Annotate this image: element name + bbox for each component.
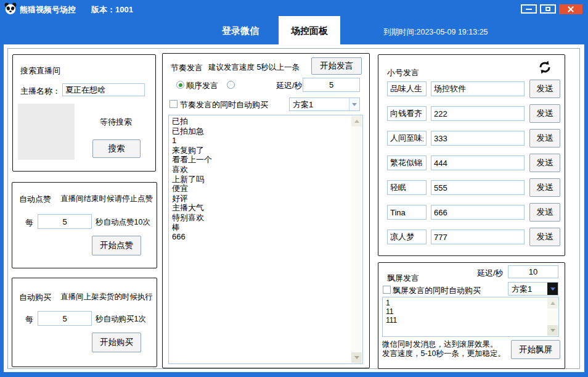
float-delay-label: 延迟/秒	[477, 268, 504, 279]
search-liveroom-box: 搜索直播间 主播名称： 等待搜索 搜索	[12, 54, 156, 172]
float-title: 飘屏发言	[387, 273, 419, 284]
dropdown-arrow-icon	[547, 283, 558, 295]
float-messages-text: 1 11 111	[386, 299, 546, 335]
rhythm-autobuy-label[interactable]: 节奏发言的同时自动购买	[180, 99, 268, 110]
rhythm-messages-textarea[interactable]: 已拍 已拍加急 1 来复购了 看看上一个 喜欢 上新了吗 便宜 好评 主播大气 …	[168, 115, 363, 364]
random-speech-radio[interactable]	[227, 81, 235, 89]
account-name-input[interactable]	[387, 205, 427, 220]
minimize-icon	[526, 9, 532, 10]
close-button[interactable]	[559, 4, 582, 14]
auto-buy-hint: 直播间上架卖货的时候执行	[60, 292, 153, 302]
window-title: 熊猫视频号场控	[20, 4, 76, 15]
scroll-down-icon[interactable]	[547, 325, 558, 336]
start-buy-button[interactable]: 开始购买	[92, 333, 141, 352]
send-button[interactable]: 发送	[529, 154, 560, 172]
expiry-time-label: 到期时间:2023-05-09 19:13:25	[383, 27, 488, 38]
account-message-input[interactable]	[431, 180, 525, 195]
float-plan-dropdown[interactable]: 方案1	[508, 282, 558, 296]
float-plan-value: 方案1	[508, 283, 547, 295]
float-autobuy-label[interactable]: 飘屏发言的同时自动购买	[393, 285, 481, 296]
float-delay-input[interactable]	[508, 265, 558, 278]
alt-account-title: 小号发言	[387, 67, 419, 78]
float-note-line2: 发言速度，5-10秒一条，更加稳定。	[382, 349, 505, 359]
panda-logo-icon	[4, 2, 17, 15]
scroll-up-icon[interactable]	[547, 298, 558, 309]
search-button[interactable]: 搜索	[92, 139, 141, 158]
tab-control-panel[interactable]: 场控面板	[279, 16, 340, 46]
minimize-button[interactable]	[521, 4, 537, 14]
account-name-input[interactable]	[387, 131, 427, 146]
rhythm-scrollbar[interactable]	[351, 116, 362, 363]
auto-like-every-label: 每	[25, 217, 33, 228]
title-bar: 熊猫视频号场控 版本：1001	[0, 0, 588, 17]
send-button[interactable]: 发送	[529, 178, 560, 197]
account-name-input[interactable]	[387, 155, 427, 170]
auto-buy-interval-input[interactable]	[38, 311, 92, 326]
host-name-input[interactable]	[62, 83, 145, 96]
start-like-button[interactable]: 开始点赞	[92, 236, 141, 255]
dropdown-arrow-icon	[349, 98, 359, 110]
account-message-input[interactable]	[431, 205, 525, 220]
maximize-button[interactable]	[540, 4, 556, 14]
send-button[interactable]: 发送	[529, 80, 560, 98]
auto-buy-suffix: 秒自动购买1次	[96, 314, 146, 325]
scroll-up-icon[interactable]	[351, 116, 362, 126]
version-label: 版本：1001	[91, 4, 133, 15]
alt-account-box: 小号发言 发送 发送 发送 发送 发送 发送 发送	[378, 54, 565, 256]
account-message-input[interactable]	[431, 155, 525, 170]
account-name-input[interactable]	[387, 180, 427, 195]
rhythm-messages-text: 已拍 已拍加急 1 来复购了 看看上一个 喜欢 上新了吗 便宜 好评 主播大气 …	[172, 117, 350, 362]
app-window: 熊猫视频号场控 版本：1001 登录微信 场控面板 到期时间:2023-05-0…	[0, 0, 588, 377]
rhythm-title: 节奏发言	[171, 62, 203, 73]
sequential-speech-label[interactable]: 顺序发言	[186, 80, 218, 91]
account-message-input[interactable]	[431, 106, 525, 121]
account-message-input[interactable]	[431, 230, 525, 244]
auto-buy-every-label: 每	[25, 314, 33, 325]
auto-like-title: 自动点赞	[19, 194, 51, 205]
account-name-input[interactable]	[387, 230, 427, 244]
tab-strip: 登录微信 场控面板 到期时间:2023-05-09 19:13:25	[0, 17, 588, 44]
send-button[interactable]: 发送	[529, 203, 560, 222]
rhythm-plan-dropdown[interactable]: 方案1	[289, 97, 360, 111]
cover-image-placeholder	[18, 104, 75, 160]
search-status-text: 等待搜索	[100, 117, 132, 128]
account-name-input[interactable]	[387, 106, 427, 121]
rhythm-delay-input[interactable]	[303, 78, 360, 92]
send-button[interactable]: 发送	[529, 228, 560, 246]
sequential-speech-radio[interactable]	[176, 81, 184, 89]
rhythm-speech-box: 节奏发言 建议发言速度 5秒以上一条 开始发言 顺序发言 延迟/秒 节奏发言的同…	[162, 53, 370, 368]
float-screen-box: 飘屏发言 延迟/秒 飘屏发言的同时自动购买 方案1 1 11 111 微信同时发…	[378, 262, 565, 369]
auto-like-interval-input[interactable]	[38, 214, 92, 229]
send-button[interactable]: 发送	[529, 129, 560, 147]
scroll-down-icon[interactable]	[351, 352, 362, 363]
tab-login-wechat[interactable]: 登录微信	[203, 17, 277, 44]
account-message-input[interactable]	[431, 81, 525, 96]
float-autobuy-checkbox[interactable]	[383, 286, 391, 294]
rhythm-autobuy-checkbox[interactable]	[169, 100, 178, 108]
host-name-label: 主播名称：	[20, 86, 60, 97]
rhythm-plan-value: 方案1	[290, 98, 349, 110]
start-float-button[interactable]: 开始飘屏	[511, 340, 560, 359]
refresh-icon[interactable]	[537, 60, 552, 75]
close-icon	[568, 6, 574, 12]
auto-buy-box: 自动购买 直播间上架卖货的时候执行 每 秒自动购买1次 开始购买	[12, 278, 157, 367]
search-box-title: 搜索直播间	[20, 65, 60, 77]
float-scrollbar[interactable]	[547, 298, 558, 336]
auto-like-suffix: 秒自动点赞10次	[96, 217, 150, 228]
maximize-icon	[545, 7, 550, 11]
auto-like-box: 自动点赞 直播间结束时候请停止点赞 每 秒自动点赞10次 开始点赞	[12, 182, 157, 268]
float-messages-textarea[interactable]: 1 11 111	[382, 297, 559, 337]
auto-like-hint: 直播间结束时候请停止点赞	[60, 194, 153, 204]
start-speech-button[interactable]: 开始发言	[311, 57, 362, 75]
account-message-input[interactable]	[431, 131, 525, 146]
auto-buy-title: 自动购买	[19, 292, 51, 303]
rhythm-hint: 建议发言速度 5秒以上一条	[208, 62, 300, 73]
account-name-input[interactable]	[387, 81, 427, 96]
send-button[interactable]: 发送	[529, 104, 560, 123]
rhythm-delay-label: 延迟/秒	[276, 80, 303, 91]
